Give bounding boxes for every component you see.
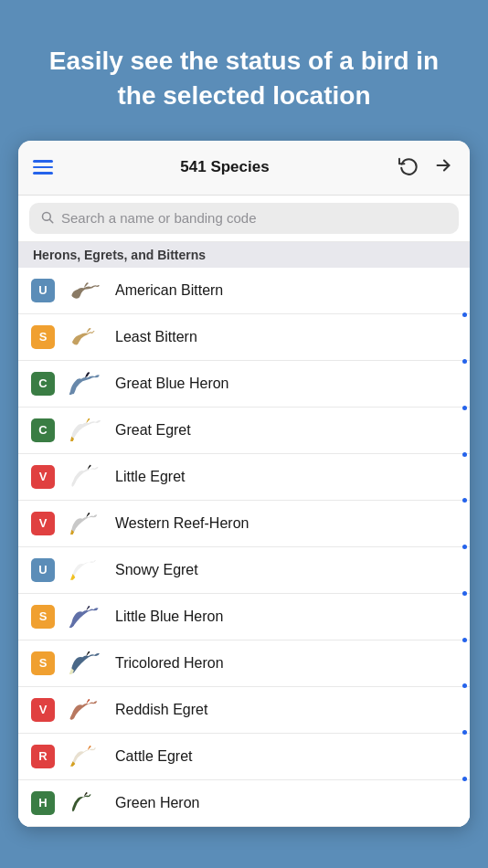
status-badge: U xyxy=(31,558,55,582)
scroll-dot xyxy=(462,406,467,410)
scroll-dot xyxy=(462,730,467,735)
bird-image xyxy=(64,509,106,538)
scroll-dot xyxy=(462,545,467,549)
bird-image xyxy=(64,602,106,631)
bird-image xyxy=(64,649,106,678)
species-name: Little Egret xyxy=(115,469,457,485)
status-badge: V xyxy=(31,465,55,489)
app-card: 541 Species xyxy=(18,141,470,827)
scroll-dot xyxy=(462,638,467,642)
scroll-dot xyxy=(462,359,467,364)
list-item[interactable]: U Snowy Egret xyxy=(18,547,470,594)
list-item[interactable]: H Green Heron xyxy=(18,780,470,827)
app-header: 541 Species xyxy=(18,141,470,196)
status-badge: V xyxy=(31,512,55,535)
list-item[interactable]: R Cattle Egret xyxy=(18,734,470,780)
status-badge: S xyxy=(31,325,55,349)
scroll-dot xyxy=(462,452,467,457)
list-item[interactable]: V Western Reef-Heron xyxy=(18,501,470,547)
status-badge: R xyxy=(31,745,55,768)
hero-section: Easily see the status of a bird in the s… xyxy=(0,0,488,141)
species-name: Green Heron xyxy=(115,795,457,811)
list-item[interactable]: S Least Bittern xyxy=(18,314,470,361)
scroll-indicator xyxy=(462,268,467,827)
scroll-dot xyxy=(462,777,467,781)
search-icon xyxy=(40,210,54,227)
bird-image xyxy=(64,416,106,445)
section-header: Herons, Egrets, and Bitterns xyxy=(18,242,470,268)
list-item[interactable]: V Little Egret xyxy=(18,454,470,501)
forward-button[interactable] xyxy=(431,153,455,182)
scroll-dot xyxy=(462,498,467,503)
status-badge: C xyxy=(31,418,55,442)
scroll-dot xyxy=(462,591,467,596)
status-badge: C xyxy=(31,372,55,396)
list-item[interactable]: U American Bittern xyxy=(18,268,470,314)
status-badge: H xyxy=(31,791,55,815)
scroll-dot xyxy=(462,683,467,688)
list-item[interactable]: S Tricolored Heron xyxy=(18,640,470,687)
status-badge: S xyxy=(31,605,55,629)
status-badge: V xyxy=(31,698,55,722)
species-name: Snowy Egret xyxy=(115,562,457,578)
status-badge: U xyxy=(31,279,55,302)
species-name: Reddish Egret xyxy=(115,702,457,718)
hero-title: Easily see the status of a bird in the s… xyxy=(0,0,488,141)
header-action-icons xyxy=(397,153,455,182)
species-list: U American Bittern S Least Bittern C Gre… xyxy=(18,268,470,827)
menu-button[interactable] xyxy=(33,160,53,175)
header-title: 541 Species xyxy=(53,158,397,176)
species-name: Least Bittern xyxy=(115,329,457,345)
species-name: Tricolored Heron xyxy=(115,655,457,672)
list-item[interactable]: S Little Blue Heron xyxy=(18,594,470,640)
bird-image xyxy=(64,742,106,771)
list-item[interactable]: C Great Egret xyxy=(18,408,470,454)
bird-image xyxy=(64,695,106,725)
species-name: Great Egret xyxy=(115,422,457,439)
bird-image xyxy=(64,323,106,352)
bird-image xyxy=(64,556,106,585)
bird-image xyxy=(64,789,106,818)
species-name: Great Blue Heron xyxy=(115,376,457,392)
bird-image xyxy=(64,276,106,305)
bird-image xyxy=(64,462,106,492)
search-placeholder-text: Search a name or banding code xyxy=(61,210,256,226)
search-container: Search a name or banding code xyxy=(18,196,470,242)
list-item[interactable]: C Great Blue Heron xyxy=(18,361,470,408)
refresh-button[interactable] xyxy=(397,153,420,182)
search-bar[interactable]: Search a name or banding code xyxy=(29,203,459,234)
species-name: American Bittern xyxy=(115,282,457,299)
list-item[interactable]: V Reddish Egret xyxy=(18,687,470,734)
species-name: Cattle Egret xyxy=(115,748,457,765)
species-name: Western Reef-Heron xyxy=(115,515,457,532)
species-name: Little Blue Heron xyxy=(115,609,457,625)
bird-image xyxy=(64,369,106,398)
status-badge: S xyxy=(31,651,55,675)
scroll-dot xyxy=(462,312,467,317)
svg-line-1 xyxy=(49,219,52,222)
